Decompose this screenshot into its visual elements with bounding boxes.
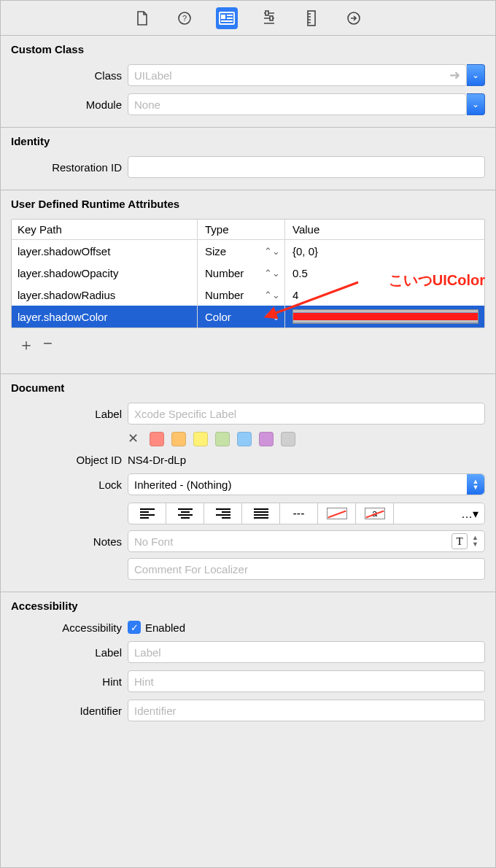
no-color-button[interactable] (318, 503, 356, 524)
connections-inspector-tab[interactable] (343, 7, 365, 29)
nofont-text: No Font (134, 535, 173, 548)
accessibility-label: Accessibility (11, 621, 128, 634)
module-field[interactable] (128, 93, 467, 115)
swatch-gray[interactable] (281, 432, 295, 446)
identity-inspector-tab[interactable] (216, 7, 238, 29)
section-custom-class: Custom Class Class ➜ ⌄ Module ⌄ (1, 36, 495, 128)
notes-toolbar: --- …▾ (128, 503, 485, 524)
udra-keypath[interactable]: layer.shadowOpacity (12, 262, 198, 284)
udra-value[interactable]: 4 (285, 289, 484, 301)
svg-rect-5 (227, 18, 233, 19)
swatch-red[interactable] (150, 432, 164, 446)
accessibility-enabled-checkbox[interactable]: ✓ (128, 621, 141, 634)
class-dropdown-button[interactable]: ⌄ (467, 64, 485, 86)
stepper-icon[interactable]: ⌃⌄ (264, 246, 284, 257)
restoration-id-field[interactable] (128, 156, 485, 178)
col-keypath[interactable]: Key Path (12, 220, 198, 239)
notes-font-row: No Font T ▲▼ (128, 530, 485, 552)
svg-rect-7 (266, 11, 268, 15)
section-accessibility: Accessibility Accessibility ✓ Enabled La… (1, 592, 495, 733)
svg-rect-6 (221, 20, 233, 22)
color-well[interactable] (292, 309, 478, 324)
ruler-icon (306, 10, 317, 26)
localizer-comment-field[interactable] (128, 558, 485, 580)
svg-rect-4 (227, 15, 233, 16)
stepper-icon[interactable]: ⌃⌄ (264, 268, 284, 279)
swatch-purple[interactable] (259, 432, 274, 446)
stepper-icon[interactable]: ⌃⌄ (264, 311, 284, 322)
enabled-text: Enabled (145, 621, 185, 634)
udra-row[interactable]: layer.shadowOffset Size⌃⌄ {0, 0} (12, 240, 484, 262)
ax-hint-field[interactable] (128, 670, 485, 692)
help-icon: ? (177, 11, 192, 26)
remove-attribute-button[interactable]: − (43, 334, 53, 356)
section-title: Identity (11, 135, 485, 147)
id-card-icon (219, 12, 235, 25)
lock-select[interactable]: Inherited - (Nothing) ▲▼ (128, 473, 485, 495)
chevron-updown-icon: ▲▼ (467, 474, 484, 495)
doc-label-field[interactable] (128, 403, 485, 425)
svg-rect-3 (221, 15, 225, 19)
document-icon (136, 11, 149, 26)
udra-type[interactable]: Color⌃⌄ (198, 306, 285, 328)
swatch-green[interactable] (215, 432, 230, 446)
attributes-inspector-tab[interactable] (258, 7, 280, 29)
help-inspector-tab[interactable]: ? (174, 7, 195, 29)
inspector-tab-bar: ? (1, 1, 495, 36)
ax-label-field[interactable] (128, 641, 485, 663)
section-udra: User Defined Runtime Attributes Key Path… (1, 190, 495, 374)
module-label: Module (11, 98, 128, 111)
ax-label-label: Label (11, 646, 128, 659)
section-title: Document (11, 381, 485, 394)
col-type[interactable]: Type (198, 220, 285, 239)
size-inspector-tab[interactable] (301, 7, 322, 29)
more-notes-button[interactable]: …▾ (394, 503, 484, 524)
annotation-text: こいつUIColor (389, 271, 485, 290)
module-dropdown-button[interactable]: ⌄ (467, 93, 485, 115)
udra-keypath[interactable]: layer.shadowColor (12, 306, 198, 328)
lock-value: Inherited - (Nothing) (134, 478, 231, 491)
objectid-label: Object ID (11, 454, 128, 466)
class-label: Class (11, 69, 128, 82)
stepper-icon[interactable]: ⌃⌄ (264, 290, 284, 301)
udra-keypath[interactable]: layer.shadowRadius (12, 284, 198, 306)
udra-type[interactable]: Size⌃⌄ (198, 240, 285, 262)
swatch-yellow[interactable] (193, 432, 208, 446)
font-stepper[interactable]: ▲▼ (472, 535, 478, 548)
section-title: User Defined Runtime Attributes (11, 198, 485, 210)
udra-value[interactable]: {0, 0} (285, 245, 484, 257)
align-left-button[interactable] (128, 503, 166, 524)
file-inspector-tab[interactable] (131, 7, 153, 29)
swatch-none[interactable]: ✕ (128, 432, 142, 446)
align-right-button[interactable] (204, 503, 242, 524)
swatch-orange[interactable] (171, 432, 186, 446)
goto-class-icon[interactable]: ➜ (449, 67, 460, 83)
align-justify-button[interactable] (242, 503, 280, 524)
col-value[interactable]: Value (285, 223, 484, 236)
doc-label-label: Label (11, 408, 128, 420)
class-field[interactable] (128, 64, 467, 86)
separator-button[interactable]: --- (280, 503, 318, 524)
udra-type[interactable]: Number⌃⌄ (198, 262, 285, 284)
align-center-button[interactable] (166, 503, 204, 524)
svg-rect-9 (308, 11, 315, 26)
font-picker-button[interactable]: T (452, 533, 468, 549)
swatch-blue[interactable] (237, 432, 252, 446)
label-color-swatches: ✕ (128, 432, 485, 446)
section-document: Document Label ✕ Object ID NS4-Dr-dLp Lo… (1, 374, 495, 592)
objectid-value: NS4-Dr-dLp (128, 454, 485, 466)
ax-identifier-field[interactable] (128, 700, 485, 721)
udra-row-selected[interactable]: layer.shadowColor Color⌃⌄ (12, 306, 484, 328)
udra-type[interactable]: Number⌃⌄ (198, 284, 285, 306)
notes-label: Notes (11, 535, 128, 548)
udra-value-color[interactable] (285, 309, 484, 324)
udra-keypath[interactable]: layer.shadowOffset (12, 240, 198, 262)
text-color-button[interactable] (356, 503, 394, 524)
udra-header: Key Path Type Value (12, 220, 484, 240)
ax-hint-label: Hint (11, 675, 128, 688)
slider-icon (263, 10, 276, 26)
section-title: Custom Class (11, 43, 485, 55)
arrow-circle-icon (346, 11, 361, 26)
lock-label: Lock (11, 478, 128, 491)
add-attribute-button[interactable]: ＋ (18, 334, 34, 356)
